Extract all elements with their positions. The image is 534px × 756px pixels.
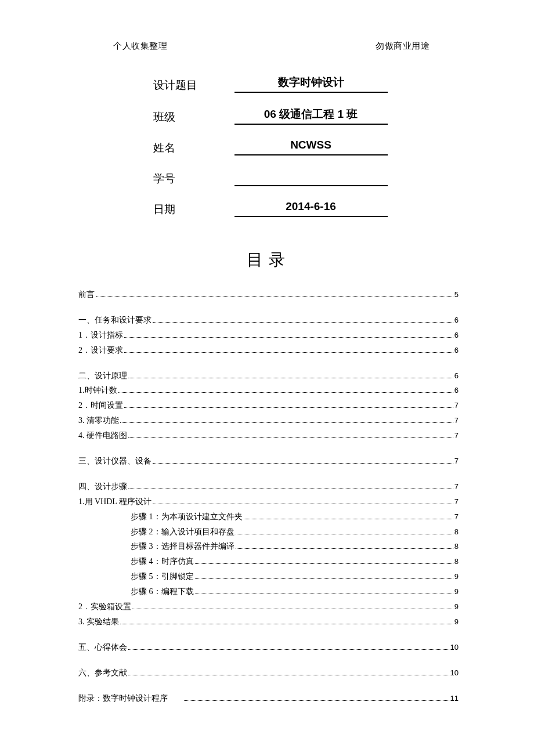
toc-entry: 2．设计要求6: [78, 343, 459, 358]
table-of-contents: 前言5一、任务和设计要求61．设计指标62．设计要求6二、设计原理61.时钟计数…: [78, 287, 459, 706]
toc-entry: 2．时间设置7: [78, 398, 459, 413]
toc-entry-page: 10: [450, 666, 459, 680]
toc-entry-text: 步骤 3：选择目标器件并编译: [131, 539, 234, 554]
toc-entry-page: 11: [450, 692, 459, 706]
toc-leader-dots: [128, 432, 453, 438]
toc-entry-text: 3. 清零功能: [78, 413, 119, 428]
toc-entry-page: 9: [454, 570, 459, 584]
toc-leader-dots: [195, 573, 453, 579]
toc-entry-page: 7: [454, 480, 459, 494]
toc-entry-page: 7: [454, 510, 459, 524]
toc-title: 目录: [78, 249, 459, 271]
toc-entry: 步骤 1：为本项设计建立文件夹7: [78, 509, 459, 525]
toc-entry-page: 7: [454, 429, 459, 443]
toc-entry-text: 附录：数字时钟设计程序: [78, 691, 168, 706]
toc-entry-page: 5: [454, 288, 459, 302]
toc-entry-text: 前言: [78, 287, 95, 302]
toc-leader-dots: [124, 402, 453, 408]
info-label: 设计题目: [150, 78, 234, 93]
toc-entry-text: 2．实验箱设置: [78, 599, 131, 614]
toc-entry-text: 四、设计步骤: [78, 479, 127, 494]
toc-entry-page: 6: [454, 313, 459, 327]
toc-entry: 3. 实验结果9: [78, 614, 459, 630]
toc-entry-page: 6: [454, 343, 459, 357]
cover-info-table: 设计题目 数字时钟设计 班级 06 级通信工程 1 班 姓名 NCWSS 学号 …: [150, 75, 388, 217]
page-header: 个人收集整理 勿做商业用途: [78, 41, 459, 52]
info-row-date: 日期 2014-6-16: [150, 200, 388, 217]
info-value: NCWSS: [234, 139, 388, 155]
toc-entry: 一、任务和设计要求6: [78, 313, 459, 328]
info-label: 日期: [150, 202, 234, 217]
toc-leader-dots: [244, 513, 453, 519]
toc-entry-text: 二、设计原理: [78, 368, 127, 384]
toc-entry-text: 2．时间设置: [78, 398, 123, 413]
toc-entry-page: 10: [450, 641, 459, 654]
info-label: 学号: [150, 171, 234, 186]
toc-entry-text: 1.用 VHDL 程序设计: [78, 494, 151, 509]
toc-entry-text: 3. 实验结果: [78, 614, 119, 630]
toc-leader-dots: [128, 669, 449, 675]
toc-entry-page: 9: [454, 615, 459, 629]
toc-entry-page: 7: [454, 399, 459, 413]
toc-entry: 步骤 6：编程下载9: [78, 584, 459, 599]
info-value: 06 级通信工程 1 班: [234, 107, 388, 125]
toc-entry: 1.时钟计数6: [78, 383, 459, 398]
toc-leader-dots: [132, 603, 453, 609]
toc-leader-dots: [128, 483, 453, 489]
toc-entry: 五、心得体会10: [78, 640, 459, 655]
toc-entry: 前言5: [78, 287, 459, 302]
toc-entry-page: 9: [454, 600, 459, 614]
toc-entry-page: 7: [454, 414, 459, 428]
toc-entry-text: 1.时钟计数: [78, 383, 117, 398]
toc-leader-dots: [120, 618, 453, 624]
toc-entry-page: 6: [454, 369, 459, 383]
toc-leader-dots: [195, 588, 453, 594]
info-value: [234, 169, 388, 186]
toc-entry: 3. 清零功能7: [78, 413, 459, 428]
toc-entry-text: 五、心得体会: [78, 640, 127, 655]
toc-entry: 步骤 5：引脚锁定9: [78, 569, 459, 584]
toc-leader-dots: [153, 316, 453, 323]
toc-entry-page: 8: [454, 540, 459, 554]
info-row-title: 设计题目 数字时钟设计: [150, 75, 388, 93]
info-row-class: 班级 06 级通信工程 1 班: [150, 107, 388, 125]
toc-leader-dots: [96, 291, 453, 297]
info-label: 班级: [150, 110, 234, 125]
info-row-name: 姓名 NCWSS: [150, 139, 388, 155]
toc-entry-text: 三、设计仪器、设备: [78, 454, 151, 469]
header-left: 个人收集整理: [113, 41, 167, 52]
toc-entry: 步骤 3：选择目标器件并编译8: [78, 539, 459, 554]
toc-entry-text: 步骤 6：编程下载: [131, 584, 194, 599]
toc-leader-dots: [128, 372, 453, 378]
toc-entry-text: 1．设计指标: [78, 328, 123, 343]
toc-entry: 4. 硬件电路图7: [78, 428, 459, 443]
toc-entry-text: 步骤 4：时序仿真: [131, 554, 194, 569]
toc-entry-page: 7: [454, 495, 459, 509]
toc-entry: 1．设计指标6: [78, 328, 459, 343]
toc-leader-dots: [128, 643, 449, 650]
toc-entry-text: 2．设计要求: [78, 343, 123, 358]
toc-entry: 2．实验箱设置9: [78, 599, 459, 614]
toc-entry-page: 7: [454, 454, 459, 468]
toc-leader-dots: [124, 331, 453, 338]
toc-entry: 步骤 2：输入设计项目和存盘8: [78, 525, 459, 540]
info-value: 2014-6-16: [234, 200, 388, 217]
toc-entry-text: 步骤 2：输入设计项目和存盘: [131, 525, 234, 540]
toc-entry-text: 六、参考文献: [78, 665, 127, 681]
toc-leader-dots: [153, 498, 453, 504]
info-label: 姓名: [150, 140, 234, 155]
toc-leader-dots: [118, 387, 453, 393]
toc-entry: 六、参考文献10: [78, 665, 459, 681]
toc-entry: 步骤 4：时序仿真8: [78, 554, 459, 569]
toc-entry: 二、设计原理6: [78, 368, 459, 384]
toc-entry-text: 一、任务和设计要求: [78, 313, 151, 328]
toc-entry-text: 步骤 1：为本项设计建立文件夹: [131, 509, 243, 525]
toc-leader-dots: [120, 417, 453, 423]
toc-entry-page: 8: [454, 525, 459, 539]
toc-leader-dots: [184, 694, 449, 701]
toc-entry-page: 8: [454, 555, 459, 569]
toc-leader-dots: [124, 346, 453, 353]
header-right: 勿做商业用途: [376, 41, 430, 52]
toc-leader-dots: [153, 457, 453, 464]
toc-entry: 附录：数字时钟设计程序11: [78, 691, 459, 706]
